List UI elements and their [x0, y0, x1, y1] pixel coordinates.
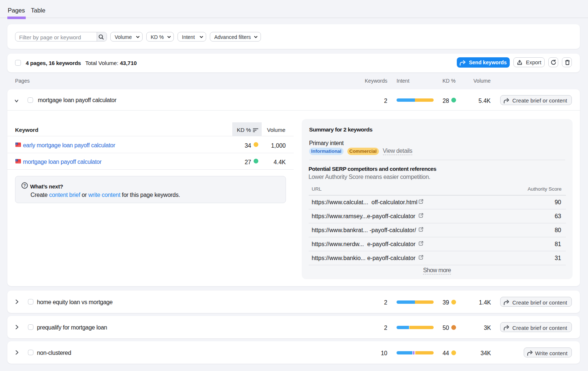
- svg-text:?: ?: [23, 183, 26, 188]
